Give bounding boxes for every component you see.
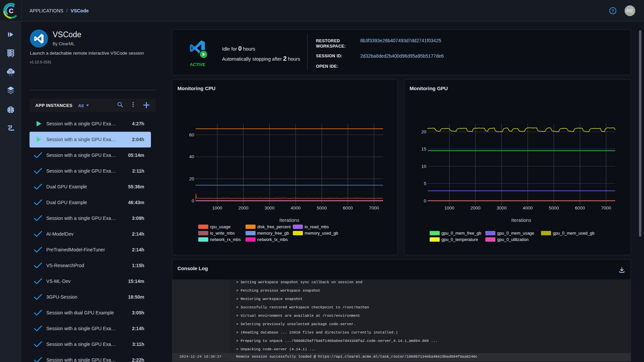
- svg-text:40: 40: [189, 154, 194, 159]
- svg-text:Iterations: Iterations: [511, 218, 531, 223]
- svg-text:6000: 6000: [343, 205, 353, 210]
- svg-text:3000: 3000: [264, 205, 274, 210]
- svg-text:15: 15: [421, 146, 426, 152]
- svg-text:60: 60: [189, 132, 194, 137]
- svg-text:10: 10: [421, 164, 426, 169]
- svg-text:2000: 2000: [238, 205, 248, 210]
- svg-text:5: 5: [424, 181, 426, 186]
- svg-text:5000: 5000: [549, 205, 559, 210]
- svg-text:1000: 1000: [212, 205, 222, 210]
- svg-text:4000: 4000: [523, 205, 533, 210]
- svg-text:20: 20: [421, 129, 426, 134]
- svg-text:0: 0: [424, 198, 426, 203]
- svg-text:7000: 7000: [369, 205, 379, 210]
- svg-text:6000: 6000: [575, 205, 585, 210]
- svg-text:3000: 3000: [496, 205, 506, 210]
- svg-text:Iterations: Iterations: [279, 218, 300, 223]
- svg-text:5000: 5000: [317, 205, 327, 210]
- svg-text:0: 0: [192, 198, 194, 203]
- svg-text:1000: 1000: [444, 205, 454, 210]
- svg-text:20: 20: [189, 176, 194, 181]
- svg-text:7000: 7000: [601, 205, 611, 210]
- svg-text:C: C: [9, 7, 14, 14]
- svg-text:?: ?: [611, 9, 614, 13]
- svg-text:4000: 4000: [290, 205, 301, 210]
- svg-text:2000: 2000: [470, 205, 480, 210]
